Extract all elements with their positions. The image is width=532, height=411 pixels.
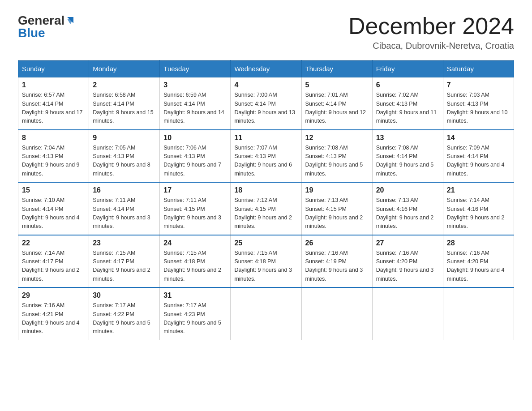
- day-info: Sunrise: 7:14 AMSunset: 4:17 PMDaylight:…: [22, 249, 85, 284]
- day-info: Sunrise: 7:04 AMSunset: 4:13 PMDaylight:…: [22, 144, 85, 179]
- calendar-cell: 8Sunrise: 7:04 AMSunset: 4:13 PMDaylight…: [18, 130, 89, 183]
- day-info: Sunrise: 7:07 AMSunset: 4:13 PMDaylight:…: [234, 144, 297, 179]
- calendar-cell: 20Sunrise: 7:13 AMSunset: 4:16 PMDayligh…: [372, 182, 443, 235]
- day-info: Sunrise: 7:11 AMSunset: 4:14 PMDaylight:…: [93, 196, 156, 231]
- day-info: Sunrise: 6:59 AMSunset: 4:14 PMDaylight:…: [163, 91, 227, 126]
- calendar-cell: 30Sunrise: 7:17 AMSunset: 4:22 PMDayligh…: [89, 287, 160, 340]
- calendar-cell: 2Sunrise: 6:58 AMSunset: 4:14 PMDaylight…: [89, 77, 160, 130]
- calendar-cell: 9Sunrise: 7:05 AMSunset: 4:13 PMDaylight…: [89, 130, 160, 183]
- day-number: 20: [376, 186, 439, 194]
- calendar-cell: 13Sunrise: 7:08 AMSunset: 4:14 PMDayligh…: [372, 130, 443, 183]
- day-number: 4: [234, 81, 297, 89]
- day-number: 8: [22, 134, 85, 142]
- day-number: 23: [93, 239, 156, 247]
- column-header-monday: Monday: [89, 60, 160, 77]
- calendar-cell: 12Sunrise: 7:08 AMSunset: 4:13 PMDayligh…: [301, 130, 372, 183]
- calendar-cell: 3Sunrise: 6:59 AMSunset: 4:14 PMDaylight…: [160, 77, 231, 130]
- day-number: 29: [22, 291, 85, 300]
- day-info: Sunrise: 7:15 AMSunset: 4:18 PMDaylight:…: [163, 249, 227, 284]
- day-info: Sunrise: 7:08 AMSunset: 4:14 PMDaylight:…: [376, 144, 439, 179]
- day-number: 3: [163, 81, 227, 89]
- day-info: Sunrise: 7:16 AMSunset: 4:19 PMDaylight:…: [305, 249, 369, 284]
- month-year-title: December 2024: [348, 13, 514, 39]
- calendar-cell: 19Sunrise: 7:13 AMSunset: 4:15 PMDayligh…: [301, 182, 372, 235]
- day-number: 9: [93, 134, 156, 142]
- day-number: 6: [376, 81, 439, 89]
- logo-blue-text: Blue: [18, 26, 45, 40]
- day-info: Sunrise: 7:02 AMSunset: 4:13 PMDaylight:…: [376, 91, 439, 126]
- title-block: December 2024 Cibaca, Dubrovnik-Neretva,…: [348, 13, 514, 51]
- day-info: Sunrise: 7:14 AMSunset: 4:16 PMDaylight:…: [447, 196, 510, 231]
- calendar-week-row: 29Sunrise: 7:16 AMSunset: 4:21 PMDayligh…: [18, 287, 514, 340]
- logo-arrow-icon: [65, 16, 75, 26]
- calendar-cell: 14Sunrise: 7:09 AMSunset: 4:14 PMDayligh…: [443, 130, 514, 183]
- day-info: Sunrise: 7:12 AMSunset: 4:15 PMDaylight:…: [234, 196, 297, 231]
- day-number: 26: [305, 239, 369, 247]
- day-number: 10: [163, 134, 227, 142]
- calendar-cell: 27Sunrise: 7:16 AMSunset: 4:20 PMDayligh…: [372, 235, 443, 288]
- day-number: 22: [22, 239, 85, 247]
- day-info: Sunrise: 7:13 AMSunset: 4:16 PMDaylight:…: [376, 196, 439, 231]
- calendar-cell: 24Sunrise: 7:15 AMSunset: 4:18 PMDayligh…: [160, 235, 231, 288]
- day-number: 1: [22, 81, 85, 89]
- column-header-thursday: Thursday: [301, 60, 372, 77]
- logo: General Blue: [18, 13, 75, 40]
- page-header: General Blue December 2024 Cibaca, Dubro…: [18, 13, 514, 51]
- day-info: Sunrise: 7:06 AMSunset: 4:13 PMDaylight:…: [163, 144, 227, 179]
- day-number: 31: [163, 291, 227, 300]
- day-number: 2: [93, 81, 156, 89]
- day-number: 16: [93, 186, 156, 194]
- day-info: Sunrise: 7:10 AMSunset: 4:14 PMDaylight:…: [22, 196, 85, 231]
- calendar-cell: 16Sunrise: 7:11 AMSunset: 4:14 PMDayligh…: [89, 182, 160, 235]
- column-header-wednesday: Wednesday: [231, 60, 301, 77]
- calendar-cell: 29Sunrise: 7:16 AMSunset: 4:21 PMDayligh…: [18, 287, 89, 340]
- day-info: Sunrise: 7:13 AMSunset: 4:15 PMDaylight:…: [305, 196, 369, 231]
- calendar-cell: [443, 287, 514, 340]
- day-number: 17: [163, 186, 227, 194]
- calendar-cell: 11Sunrise: 7:07 AMSunset: 4:13 PMDayligh…: [231, 130, 301, 183]
- day-info: Sunrise: 7:05 AMSunset: 4:13 PMDaylight:…: [93, 144, 156, 179]
- calendar-cell: 1Sunrise: 6:57 AMSunset: 4:14 PMDaylight…: [18, 77, 89, 130]
- calendar-table: SundayMondayTuesdayWednesdayThursdayFrid…: [18, 60, 514, 340]
- calendar-cell: 15Sunrise: 7:10 AMSunset: 4:14 PMDayligh…: [18, 182, 89, 235]
- day-info: Sunrise: 7:17 AMSunset: 4:23 PMDaylight:…: [163, 301, 227, 336]
- day-number: 12: [305, 134, 369, 142]
- column-header-saturday: Saturday: [443, 60, 514, 77]
- day-info: Sunrise: 7:11 AMSunset: 4:15 PMDaylight:…: [163, 196, 227, 231]
- day-number: 27: [376, 239, 439, 247]
- day-number: 30: [93, 291, 156, 300]
- calendar-cell: [301, 287, 372, 340]
- day-info: Sunrise: 7:09 AMSunset: 4:14 PMDaylight:…: [447, 144, 510, 179]
- calendar-cell: 31Sunrise: 7:17 AMSunset: 4:23 PMDayligh…: [160, 287, 231, 340]
- calendar-cell: 17Sunrise: 7:11 AMSunset: 4:15 PMDayligh…: [160, 182, 231, 235]
- calendar-header-row: SundayMondayTuesdayWednesdayThursdayFrid…: [18, 60, 514, 77]
- day-number: 7: [447, 81, 510, 89]
- calendar-cell: [372, 287, 443, 340]
- day-info: Sunrise: 7:15 AMSunset: 4:18 PMDaylight:…: [234, 249, 297, 284]
- day-info: Sunrise: 6:57 AMSunset: 4:14 PMDaylight:…: [22, 91, 85, 126]
- day-info: Sunrise: 7:01 AMSunset: 4:14 PMDaylight:…: [305, 91, 369, 126]
- day-number: 5: [305, 81, 369, 89]
- calendar-week-row: 15Sunrise: 7:10 AMSunset: 4:14 PMDayligh…: [18, 182, 514, 235]
- calendar-cell: [231, 287, 301, 340]
- day-info: Sunrise: 7:08 AMSunset: 4:13 PMDaylight:…: [305, 144, 369, 179]
- day-number: 28: [447, 239, 510, 247]
- column-header-friday: Friday: [372, 60, 443, 77]
- day-number: 21: [447, 186, 510, 194]
- day-number: 25: [234, 239, 297, 247]
- day-info: Sunrise: 7:16 AMSunset: 4:20 PMDaylight:…: [447, 249, 510, 284]
- calendar-cell: 6Sunrise: 7:02 AMSunset: 4:13 PMDaylight…: [372, 77, 443, 130]
- calendar-cell: 5Sunrise: 7:01 AMSunset: 4:14 PMDaylight…: [301, 77, 372, 130]
- calendar-cell: 25Sunrise: 7:15 AMSunset: 4:18 PMDayligh…: [231, 235, 301, 288]
- column-header-sunday: Sunday: [18, 60, 89, 77]
- day-number: 18: [234, 186, 297, 194]
- day-info: Sunrise: 7:00 AMSunset: 4:14 PMDaylight:…: [234, 91, 297, 126]
- calendar-week-row: 1Sunrise: 6:57 AMSunset: 4:14 PMDaylight…: [18, 77, 514, 130]
- calendar-cell: 28Sunrise: 7:16 AMSunset: 4:20 PMDayligh…: [443, 235, 514, 288]
- day-number: 24: [163, 239, 227, 247]
- calendar-cell: 26Sunrise: 7:16 AMSunset: 4:19 PMDayligh…: [301, 235, 372, 288]
- calendar-cell: 7Sunrise: 7:03 AMSunset: 4:13 PMDaylight…: [443, 77, 514, 130]
- day-info: Sunrise: 6:58 AMSunset: 4:14 PMDaylight:…: [93, 91, 156, 126]
- calendar-week-row: 8Sunrise: 7:04 AMSunset: 4:13 PMDaylight…: [18, 130, 514, 183]
- calendar-week-row: 22Sunrise: 7:14 AMSunset: 4:17 PMDayligh…: [18, 235, 514, 288]
